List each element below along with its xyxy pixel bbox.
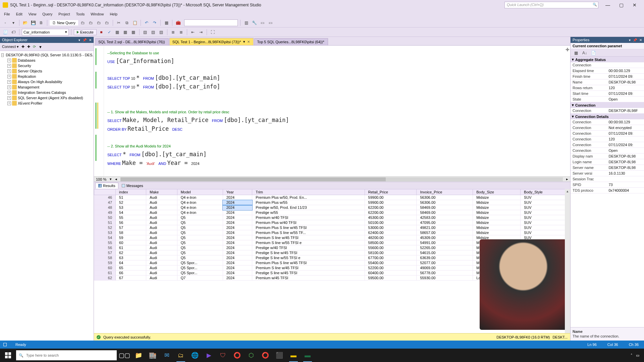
tree-item[interactable]: +Databases — [7, 58, 93, 63]
tree-root[interactable]: − DESKTOP-8L98FK0 (SQL Server 16.0.1130.… — [1, 52, 93, 58]
grid-cell[interactable]: 55600.00 — [365, 245, 417, 250]
pin-icon[interactable]: 📌 — [83, 38, 87, 42]
property-row[interactable]: Rows return120 — [571, 85, 644, 91]
grid-cell[interactable]: Prestige w/55 — [252, 210, 365, 215]
tree-item[interactable]: +Management — [7, 84, 93, 90]
tb-icon[interactable]: 🧾 — [2, 29, 9, 36]
grid-cell[interactable]: 2024 — [223, 276, 252, 281]
grid-cell[interactable]: Audi — [146, 235, 177, 240]
grid-cell[interactable]: Q5 — [177, 225, 223, 230]
tb-icon[interactable]: ▭ — [267, 19, 274, 26]
grid-cell[interactable]: Audi — [146, 200, 177, 205]
grid-cell[interactable]: SUV — [521, 195, 570, 200]
property-row[interactable]: Login nameDESKTOP-8L98 — [571, 159, 644, 165]
close-icon[interactable]: ✕ — [89, 38, 92, 42]
vscrollbar[interactable]: ▴ — [565, 189, 570, 333]
property-row[interactable]: Connection00:00:00.129 — [571, 119, 644, 125]
grid-cell[interactable]: 58 — [116, 230, 146, 235]
grid-cell[interactable]: Audi — [146, 225, 177, 230]
grid-cell[interactable]: 59900.00 — [365, 200, 417, 205]
grid-cell[interactable]: 58657.00 — [417, 230, 473, 235]
grid-cell[interactable]: 55400.00 — [365, 260, 417, 265]
grid-cell[interactable]: 49821.00 — [417, 225, 473, 230]
grid-column-header[interactable]: Year — [223, 189, 252, 195]
tray-icon[interactable]: ▭ — [636, 353, 639, 358]
tray-chevron-icon[interactable]: ˄ — [631, 353, 633, 358]
menu-window[interactable]: Window — [88, 11, 106, 17]
grid-cell[interactable]: Midsize — [473, 220, 521, 225]
tb-icon[interactable]: ▦ — [122, 29, 129, 36]
grid-cell[interactable]: SUV — [521, 200, 570, 205]
grid-cell[interactable]: Premium Plus S line w/55 TF... — [252, 230, 365, 235]
expand-icon[interactable]: + — [7, 59, 11, 62]
grid-cell[interactable]: SUV — [521, 265, 570, 270]
zoom-value[interactable]: 100 % — [96, 177, 106, 181]
table-row[interactable]: 6065AudiQ5 Spor...2024Premium S line w/4… — [94, 265, 570, 270]
property-row[interactable]: ConnectionNot encrypted — [571, 125, 644, 131]
results-grid[interactable]: indexMakeModelYearTrimRetail_PriceInvoic… — [94, 189, 570, 281]
grid-cell[interactable]: Audi — [146, 250, 177, 255]
split-icon[interactable]: ✚ — [566, 47, 570, 52]
table-row[interactable]: 4752AudiQ4 e-tron2024Premium Plus w/5559… — [94, 200, 570, 205]
grid-cell[interactable]: Prestige S line w/55 TFSI e — [252, 255, 365, 260]
grid-cell[interactable]: Q5 — [177, 230, 223, 235]
table-row[interactable]: 6267AudiQ72024Premium w/45 TFSI59500.005… — [94, 276, 570, 281]
grid-cell[interactable]: 52 — [116, 200, 146, 205]
grid-cell[interactable]: SUV — [521, 215, 570, 220]
grid-cell[interactable]: 56778.00 — [417, 270, 473, 276]
expand-icon[interactable]: + — [7, 96, 11, 100]
grid-cell[interactable]: Midsize — [473, 270, 521, 276]
grid-cell[interactable]: 47095.00 — [417, 220, 473, 225]
grid-cell[interactable]: 59900.00 — [365, 195, 417, 200]
collapse-icon[interactable]: − — [1, 53, 4, 57]
grid-cell[interactable]: Q5 — [177, 250, 223, 255]
table-row[interactable]: 6166AudiQ5 Spor...2024Prestige S line w/… — [94, 270, 570, 276]
property-row[interactable]: Server versi16.0.1130 — [571, 171, 644, 176]
table-row[interactable]: 5560AudiQ52024Premium S line w/55 TFSI e… — [94, 240, 570, 245]
menu-tools[interactable]: Tools — [73, 11, 88, 17]
task-view-icon[interactable]: ▢▢ — [118, 349, 131, 362]
grid-cell[interactable]: 53 — [94, 230, 116, 235]
system-tray[interactable]: ˄ ▭ — [627, 353, 643, 358]
table-row[interactable]: 5661AudiQ52024Prestige w/40 TFSI55600.00… — [94, 245, 570, 250]
grid-cell[interactable]: 59 — [116, 235, 146, 240]
grid-cell[interactable]: 56 — [116, 220, 146, 225]
expand-icon[interactable]: + — [7, 85, 11, 89]
grid-cell[interactable]: 63 — [116, 255, 146, 260]
grid-cell[interactable]: 54 — [116, 210, 146, 215]
grid-cell[interactable]: 2024 — [223, 240, 252, 245]
grid-cell[interactable]: 50100.00 — [365, 220, 417, 225]
grid-cell[interactable]: 48 — [94, 205, 116, 210]
grid-cell[interactable]: 51 — [94, 220, 116, 225]
grid-cell[interactable]: 2024 — [223, 235, 252, 240]
tb-icon[interactable]: ▤ — [150, 29, 157, 36]
property-category[interactable]: ▾Aggregate Status — [571, 57, 644, 62]
grid-cell[interactable]: 62200.00 — [365, 210, 417, 215]
taskbar-app-icon[interactable]: 🗂 — [174, 349, 187, 362]
redo-button[interactable]: ↷ — [151, 19, 158, 26]
grid-column-header[interactable]: Invoice_Price — [417, 189, 473, 195]
grid-cell[interactable]: 50 — [94, 215, 116, 220]
expand-icon[interactable]: + — [7, 75, 11, 78]
grid-cell[interactable]: Premium S line w/45 TFSI — [252, 265, 365, 270]
property-row[interactable]: Start time07/11/2024 09: — [571, 91, 644, 97]
grid-cell[interactable]: 60 — [94, 265, 116, 270]
taskbar-app-icon[interactable]: 📁 — [132, 349, 145, 362]
grid-cell[interactable]: 2024 — [223, 195, 252, 200]
undo-button[interactable]: ↶ — [143, 19, 150, 26]
grid-cell[interactable]: 62 — [94, 276, 116, 281]
grid-cell[interactable]: Audi — [146, 245, 177, 250]
tb-icon[interactable]: 🗀 — [96, 19, 102, 26]
grid-cell[interactable]: 49 — [94, 210, 116, 215]
dropdown-icon[interactable]: ▾ — [629, 38, 631, 42]
grid-cell[interactable]: SUV — [521, 225, 570, 230]
grid-cell[interactable]: 62200.00 — [365, 205, 417, 210]
tb-icon[interactable]: ▦ — [130, 29, 137, 36]
grid-cell[interactable]: 56306.00 — [417, 195, 473, 200]
table-row[interactable]: 5863AudiQ52024Prestige S line w/55 TFSI … — [94, 255, 570, 260]
taskbar-app-icon[interactable]: ⭕ — [259, 349, 272, 362]
grid-cell[interactable]: 46 — [94, 195, 116, 200]
grid-cell[interactable]: Midsize — [473, 245, 521, 250]
grid-cell[interactable]: 57 — [116, 225, 146, 230]
uncomment-button[interactable]: ≣ — [178, 29, 184, 36]
